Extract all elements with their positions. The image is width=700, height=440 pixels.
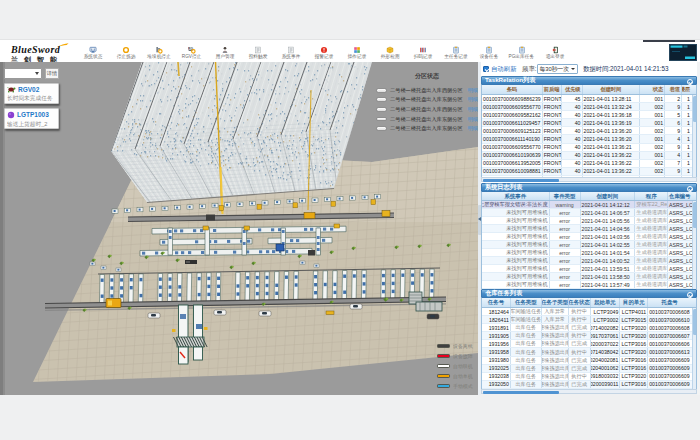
column-header[interactable]: 状态 bbox=[640, 85, 665, 94]
toolbar-item-main-task-records[interactable]: 主任务记录 bbox=[439, 40, 472, 62]
toolbar-item-feeding-trigger[interactable]: 投料触发 bbox=[241, 40, 274, 62]
table-row[interactable]: 00100370006609556770FRONT402021-04-01 13… bbox=[482, 144, 696, 152]
toolbar-item-scan-records[interactable]: 扫码记录 bbox=[406, 40, 439, 62]
toolbar-item-stacker-stop[interactable]: 堆垛机停止 bbox=[142, 40, 175, 62]
toolbar-item-shape-detection[interactable]: 外形检测 bbox=[373, 40, 406, 62]
table-row[interactable]: 00100370006613952005FRONT402021-04-01 13… bbox=[482, 160, 696, 168]
table-row[interactable]: 00100370006611140190FRONT402021-04-01 13… bbox=[482, 135, 696, 143]
column-header[interactable]: 仓库编号 bbox=[668, 192, 696, 200]
auto-refresh-checkbox[interactable] bbox=[483, 66, 489, 72]
scrollbar-thumb[interactable] bbox=[693, 96, 697, 122]
panel-header[interactable]: 仓库任务列表 bbox=[481, 289, 697, 298]
zone-detail-link[interactable]: 明细 bbox=[468, 87, 478, 94]
panel-header[interactable]: 系统日志列表 bbox=[481, 183, 697, 192]
table-row[interactable]: 00100370006609125123FRONT402021-04-01 13… bbox=[482, 127, 696, 135]
collapse-icon[interactable] bbox=[687, 292, 693, 298]
table-row[interactable]: 未找到可用堆垛机error2021-04-01 14:04:56生成巷道调库任务… bbox=[482, 225, 696, 233]
scrollbar-thumb[interactable] bbox=[483, 391, 559, 395]
table-row[interactable]: 2楼七层穿梭车报文错误:非法长度warning2021-04-01 14:12:… bbox=[482, 201, 696, 209]
toolbar-item-stop-picking[interactable]: 停止拣选 bbox=[109, 40, 142, 62]
zone-toggle[interactable] bbox=[376, 107, 387, 112]
column-header[interactable]: 条码 bbox=[482, 85, 543, 94]
column-header[interactable]: 程序 bbox=[635, 192, 668, 200]
toolbar-item-logout[interactable]: 退出登录 bbox=[538, 40, 571, 62]
column-header[interactable]: 起始单元 bbox=[591, 298, 621, 307]
scrollbar-thumb[interactable] bbox=[693, 202, 697, 228]
column-header[interactable]: 任务号 bbox=[482, 298, 511, 307]
table-row[interactable]: 未找到可用堆垛机error2021-04-01 14:03:56生成巷道调库任务… bbox=[482, 233, 696, 241]
table-row[interactable]: 00100370006609556770FRONT402021-04-01 13… bbox=[482, 103, 696, 111]
column-header[interactable]: 巷道 bbox=[665, 85, 682, 94]
table-row[interactable]: 未找到可用堆垛机error2021-04-01 14:01:54生成巷道调库任务… bbox=[482, 249, 696, 257]
column-header[interactable]: 任务类型 bbox=[511, 298, 542, 307]
table-row[interactable]: 00100370006609582162FRONT402021-04-01 13… bbox=[482, 111, 696, 119]
toolbar-item-system-events[interactable]: 系统事件 bbox=[274, 40, 307, 62]
table-row[interactable]: 未找到可用堆垛机error2021-04-01 14:05:56生成巷道调库任务… bbox=[482, 217, 696, 225]
vertical-scrollbar[interactable] bbox=[692, 201, 697, 289]
column-header[interactable]: 楼层 bbox=[682, 85, 696, 94]
toolbar-item-system-status[interactable]: 系统状态 bbox=[76, 40, 109, 62]
table-row[interactable]: 1931956出库任务整垛拣选出库已完成0200037022LCTP301600… bbox=[482, 340, 696, 348]
table-row[interactable]: 00100370006611029457FRONT402021-04-01 13… bbox=[482, 119, 696, 127]
toolbar-item-rgv-stop[interactable]: RGRGV停止 bbox=[175, 40, 208, 62]
scrollbar-thumb[interactable] bbox=[483, 179, 559, 183]
vertical-scrollbar[interactable] bbox=[692, 308, 697, 389]
device-filter-select[interactable] bbox=[4, 68, 42, 79]
table-row[interactable]: 未找到可用堆垛机error2021-04-01 14:02:55生成巷道调库任务… bbox=[482, 241, 696, 249]
table-row[interactable]: 00100370006609886239FRONT452021-04-01 13… bbox=[482, 95, 696, 103]
column-header[interactable]: 任务状态 bbox=[569, 298, 591, 307]
table-row[interactable]: 00100370006610190639FRONT402021-04-01 13… bbox=[482, 152, 696, 160]
table-row[interactable]: 00100370006610098881FRONT402021-04-01 13… bbox=[482, 168, 696, 176]
table-row[interactable]: 1931905出库任务整垛拣选出库执行中0917037061LCTP302000… bbox=[482, 332, 696, 340]
device-detail-button[interactable]: 详情 bbox=[45, 68, 59, 79]
table-row[interactable]: 1931958出库任务整垛拣选出库执行中0714038042LCTP302000… bbox=[482, 348, 696, 356]
zone-toggle[interactable] bbox=[376, 117, 387, 122]
table-row[interactable]: 未找到可用堆垛机error2021-04-01 13:59:51生成巷道调库任务… bbox=[482, 265, 696, 273]
table-row[interactable]: 1932025出库任务整垛拣选出库已完成0204001062LCTP301600… bbox=[482, 365, 696, 373]
table-row[interactable]: 1932050出库任务整垛拣选出库已完成0200039011LCTP301600… bbox=[482, 381, 696, 389]
table-row[interactable]: 未找到可用堆垛机error2021-04-01 13:57:49生成巷道调库任务… bbox=[482, 281, 696, 289]
column-header[interactable]: 创建时间 bbox=[581, 192, 636, 200]
scrollbar-thumb[interactable] bbox=[693, 309, 697, 335]
column-header[interactable]: 事件类型 bbox=[550, 192, 581, 200]
toolbar-item-pg-outbound-tasks[interactable]: PG出库任务 bbox=[505, 40, 538, 62]
column-header[interactable]: 优先级 bbox=[562, 85, 583, 94]
horizontal-scrollbar[interactable] bbox=[481, 389, 697, 394]
table-cell: LCTP4011 bbox=[620, 308, 648, 315]
horizontal-scrollbar[interactable] bbox=[481, 177, 697, 182]
table-row[interactable]: 未找到可用堆垛机error2021-04-01 13:58:50生成巷道调库任务… bbox=[482, 273, 696, 281]
column-header[interactable]: 任务子类型 bbox=[542, 298, 569, 307]
zone-toggle[interactable] bbox=[376, 126, 387, 131]
collapse-icon[interactable] bbox=[687, 186, 693, 192]
table-row[interactable]: 未找到可用堆垛机error2021-04-01 14:06:57生成巷道调库任务… bbox=[482, 209, 696, 217]
zone-toggle[interactable] bbox=[376, 97, 387, 102]
zone-detail-link[interactable]: 明细 bbox=[468, 96, 478, 103]
collapse-icon[interactable] bbox=[687, 79, 693, 85]
device-alert-card[interactable]: LGTP1003 输送上货超时_2 bbox=[4, 108, 59, 129]
table-row[interactable]: 1932038出库任务整垛拣选出库执行中0918003032LCTP302000… bbox=[482, 373, 696, 381]
table-row[interactable]: 1931891出库任务整垛拣选出库已完成0714002082LCTP302000… bbox=[482, 324, 696, 332]
column-header[interactable]: 前后端 bbox=[543, 85, 562, 94]
zone-detail-link[interactable]: 明细 bbox=[468, 125, 478, 132]
device-alert-card[interactable]: RGV02 长时间未完成任务 bbox=[4, 83, 59, 104]
column-header[interactable]: 系统事件 bbox=[482, 192, 550, 200]
column-header[interactable]: 目的单元 bbox=[620, 298, 648, 307]
zone-detail-link[interactable]: 明细 bbox=[468, 116, 478, 123]
warehouse-3d-viewport[interactable]: 详情 RGV02 长时间未完成任务 LGTP1003 输送上货超时_2 分区状态… bbox=[0, 62, 478, 395]
column-header[interactable]: 托盘号 bbox=[648, 298, 696, 307]
column-header[interactable]: 创建时间 bbox=[583, 85, 641, 94]
toolbar-item-alarm-records[interactable]: 报警记录 bbox=[307, 40, 340, 62]
table-row[interactable]: 1826411车间输送任务入库异常执行中LCTP3002LCTP30150010… bbox=[482, 316, 696, 324]
toolbar-item-user-management[interactable]: 用户管理 bbox=[208, 40, 241, 62]
vertical-scrollbar[interactable] bbox=[692, 95, 697, 177]
table-row[interactable]: 1931980出库任务整垛拣选出库已完成0204002081LCTP301600… bbox=[482, 357, 696, 365]
toolbar-item-device-tasks[interactable]: 设备任务 bbox=[472, 40, 505, 62]
network-monitor-widget[interactable] bbox=[669, 44, 697, 61]
table-row[interactable]: 1812464车间输送任务入库异常执行中LCTP3049LCTP40110010… bbox=[482, 308, 696, 316]
toolbar-item-operation-records[interactable]: 操作记录 bbox=[340, 40, 373, 62]
zone-toggle[interactable] bbox=[376, 88, 387, 93]
table-row[interactable]: 未找到可用堆垛机error2021-04-01 14:00:52生成巷道调库任务… bbox=[482, 257, 696, 265]
frequency-select[interactable]: 每30秒一次 bbox=[537, 64, 579, 74]
panel-header[interactable]: TaskRelation列表 bbox=[481, 76, 697, 85]
zone-detail-link[interactable]: 明细 bbox=[468, 106, 478, 113]
